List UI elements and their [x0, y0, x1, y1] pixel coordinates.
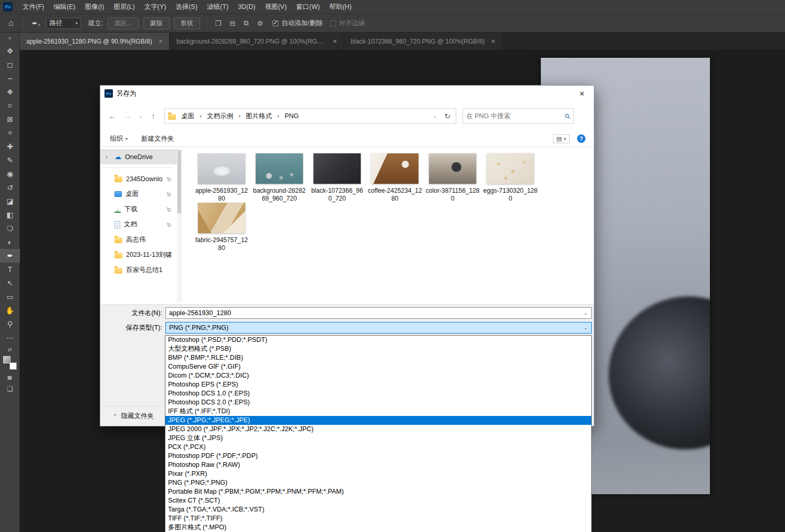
sidebar-item[interactable]: 桌面⚲: [100, 186, 177, 202]
filetype-option[interactable]: Photoshop DCS 2.0 (*.EPS): [165, 398, 591, 407]
menu-item[interactable]: 选择(S): [171, 0, 202, 14]
filename-input[interactable]: ⌄: [165, 307, 592, 319]
pen-tool[interactable]: ✒: [0, 249, 20, 263]
filetype-option[interactable]: CompuServe GIF (*.GIF): [165, 362, 591, 371]
close-icon[interactable]: ✕: [159, 38, 163, 44]
sidebar-item[interactable]: 百家号总结1: [100, 263, 177, 278]
filetype-option[interactable]: 多图片格式 (*.MPO): [165, 523, 591, 532]
filetype-option[interactable]: Photoshop PDF (*.PDF;*.PDP): [165, 452, 591, 461]
clone-stamp-tool[interactable]: ◉: [0, 167, 20, 181]
make-mask-button[interactable]: 蒙版: [143, 17, 170, 29]
path-alignment-icon[interactable]: ⊟: [227, 19, 237, 27]
menu-item[interactable]: 滤镜(T): [202, 0, 233, 14]
screen-mode-icon[interactable]: ❏: [7, 385, 13, 393]
filetype-option[interactable]: JPEG (*.JPG;*.JPEG;*.JPE): [165, 416, 591, 425]
back-icon[interactable]: ←: [106, 112, 119, 120]
file-tile[interactable]: background-2828269_960_720: [252, 153, 307, 203]
history-brush-tool[interactable]: ↺: [0, 181, 20, 194]
new-folder-button[interactable]: 新建文件夹: [141, 134, 174, 143]
gradient-tool[interactable]: ◧: [0, 208, 20, 222]
sidebar-item[interactable]: 高志伟: [100, 232, 177, 247]
filetype-option[interactable]: Portable Bit Map (*.PBM;*.PGM;*.PPM;*.PN…: [165, 487, 591, 496]
scrollbar-thumb[interactable]: [177, 150, 181, 213]
filetype-option[interactable]: JPEG 2000 (*.JPF;*.JPX;*.JP2;*.J2C;*.J2K…: [165, 425, 591, 434]
sidebar-item[interactable]: 2345Downlo⚲: [100, 171, 177, 186]
make-selection-button[interactable]: 选区...: [108, 17, 139, 29]
hand-tool[interactable]: ✋: [0, 304, 20, 317]
blur-tool[interactable]: ❍: [0, 222, 20, 235]
align-edges-checkbox[interactable]: 对齐边缘: [330, 19, 365, 28]
filetype-option[interactable]: Photoshop (*.PSD;*.PDD;*.PSDT): [165, 336, 591, 345]
filetype-option[interactable]: PCX (*.PCX): [165, 443, 591, 452]
frame-tool[interactable]: ⊠: [0, 112, 20, 126]
sidebar-item[interactable]: 2023-11-13刘啸: [100, 247, 177, 263]
more-tools[interactable]: ⋯: [0, 331, 20, 345]
file-tile[interactable]: coffee-2425234_1280: [368, 153, 422, 203]
pen-tool-preset-icon[interactable]: ✒▾: [30, 19, 42, 27]
breadcrumb-item[interactable]: 桌面: [180, 112, 195, 121]
filetype-option[interactable]: Photoshop EPS (*.EPS): [165, 380, 591, 389]
menu-item[interactable]: 窗口(W): [291, 0, 325, 14]
file-tile[interactable]: fabric-2945757_1280: [194, 203, 249, 252]
dodge-tool[interactable]: ◐: [0, 235, 20, 249]
move-tool[interactable]: ✥: [0, 44, 20, 58]
breadcrumb-item[interactable]: 图片格式: [245, 112, 273, 121]
filetype-option[interactable]: Photoshop DCS 1.0 (*.EPS): [165, 389, 591, 398]
foreground-color-swatch[interactable]: [3, 356, 11, 363]
collapse-panel-icon[interactable]: »: [0, 33, 19, 44]
filetype-option[interactable]: JPEG 立体 (*.JPS): [165, 434, 591, 443]
filetype-option[interactable]: PNG (*.PNG;*.PNG): [165, 478, 591, 487]
close-icon[interactable]: ✕: [333, 38, 337, 44]
make-shape-button[interactable]: 形状: [174, 17, 200, 29]
menu-item[interactable]: 视图(V): [260, 0, 291, 14]
search-box[interactable]: ⚲: [463, 108, 574, 124]
breadcrumb-item[interactable]: PNG: [284, 112, 300, 120]
sidebar-item[interactable]: ↓下载⚲: [100, 202, 177, 217]
path-operations-icon[interactable]: ❐: [213, 19, 224, 27]
filetype-option[interactable]: TIFF (*.TIF;*.TIFF): [165, 514, 591, 523]
home-icon[interactable]: ⌂: [5, 18, 17, 28]
file-tile[interactable]: apple-2561930_1280: [194, 153, 249, 203]
close-icon[interactable]: ✕: [570, 86, 594, 101]
filetype-option[interactable]: Targa (*.TGA;*.VDA;*.ICB;*.VST): [165, 505, 591, 514]
sidebar-scrollbar[interactable]: [177, 149, 182, 302]
filetype-option[interactable]: 大型文档格式 (*.PSB): [165, 345, 591, 353]
chevron-down-icon[interactable]: ⌄: [580, 310, 591, 316]
help-icon[interactable]: ?: [577, 134, 585, 143]
filetype-option[interactable]: Photoshop Raw (*.RAW): [165, 461, 591, 470]
color-swatches[interactable]: [3, 356, 17, 370]
filetype-option[interactable]: Scitex CT (*.SCT): [165, 496, 591, 505]
sidebar-item[interactable]: ›☁OneDrive: [100, 149, 177, 164]
path-selection-tool[interactable]: ↖: [0, 276, 20, 290]
filetype-option[interactable]: Pixar (*.PXR): [165, 470, 591, 478]
background-color-swatch[interactable]: [9, 362, 17, 370]
menu-item[interactable]: 文字(Y): [140, 0, 171, 14]
file-tile[interactable]: color-3871156_1280: [425, 153, 480, 203]
auto-add-delete-checkbox[interactable]: 自动添加/删除: [273, 19, 322, 28]
rectangle-tool[interactable]: ▭: [0, 290, 20, 304]
menu-item[interactable]: 3D(D): [233, 0, 260, 14]
type-tool[interactable]: T: [0, 263, 20, 276]
file-tile[interactable]: eggs-7130320_1280: [483, 153, 538, 203]
filetype-select[interactable]: PNG (*.PNG;*.PNG) ⌄: [165, 322, 592, 333]
menu-item[interactable]: 文件(F): [18, 0, 49, 14]
crop-tool[interactable]: ⌗: [0, 99, 20, 112]
eyedropper-tool[interactable]: ✧: [0, 126, 20, 140]
path-arrangement-icon[interactable]: ⧉: [242, 19, 250, 27]
breadcrumb-item[interactable]: 文档示例: [206, 112, 234, 121]
tool-mode-select[interactable]: 路径 ▾: [46, 18, 81, 29]
gear-icon[interactable]: ⚙: [255, 19, 265, 27]
menu-item[interactable]: 图像(I): [80, 0, 109, 14]
quick-mask-icon[interactable]: ◙: [8, 373, 12, 381]
menu-item[interactable]: 编辑(E): [49, 0, 80, 14]
brush-tool[interactable]: ✎: [0, 153, 20, 167]
address-bar[interactable]: 桌面›文档示例›图片格式›PNG ⌄ ↻: [164, 108, 456, 124]
dialog-titlebar[interactable]: Ps 另存为 ✕: [100, 86, 594, 101]
address-dropdown-icon[interactable]: ⌄: [428, 113, 443, 119]
filetype-option[interactable]: BMP (*.BMP;*.RLE;*.DIB): [165, 353, 591, 362]
eraser-tool[interactable]: ◪: [0, 194, 20, 208]
recent-locations-icon[interactable]: ⌄: [137, 113, 144, 119]
zoom-tool[interactable]: ⚲: [0, 317, 20, 331]
filetype-option[interactable]: IFF 格式 (*.IFF;*.TDI): [165, 407, 591, 416]
filetype-option[interactable]: Dicom (*.DCM;*.DC3;*.DIC): [165, 371, 591, 380]
